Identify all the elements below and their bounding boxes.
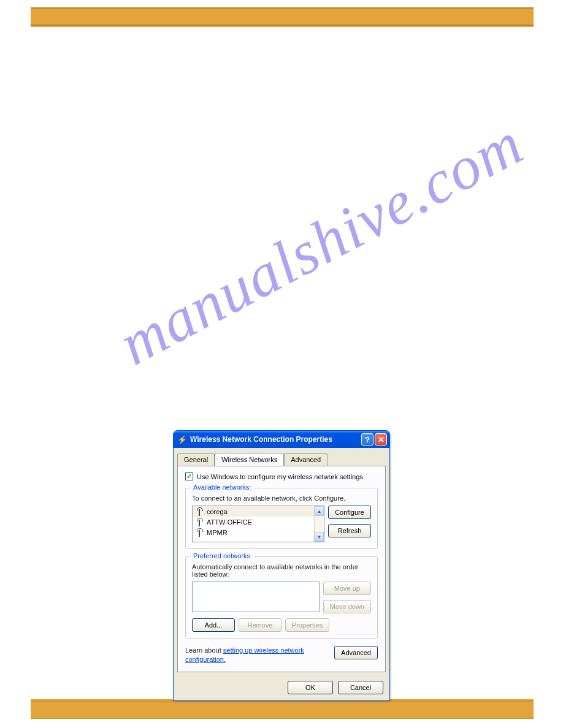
configure-button[interactable]: Configure — [328, 506, 371, 519]
network-name: ATTW-OFFICE — [207, 518, 252, 526]
learn-text: Learn about setting up wireless network … — [185, 646, 328, 664]
tab-strip: General Wireless Networks Advanced — [174, 448, 389, 466]
network-item[interactable]: MPMR — [193, 527, 314, 537]
page-bottom-border — [31, 700, 534, 719]
antenna-icon — [196, 518, 203, 526]
available-networks-group: Available networks: To connect to an ava… — [185, 488, 378, 549]
titlebar[interactable]: ⚡ Wireless Network Connection Properties… — [174, 431, 389, 448]
properties-dialog: ⚡ Wireless Network Connection Properties… — [173, 430, 390, 701]
dialog-button-row: OK Cancel — [174, 676, 389, 700]
available-legend: Available networks: — [191, 483, 254, 491]
antenna-icon — [196, 528, 203, 537]
window-title: Wireless Network Connection Properties — [190, 435, 360, 444]
wireless-icon: ⚡ — [177, 434, 187, 444]
available-networks-list[interactable]: corega ATTW-OFFICE MPMR ▲ — [192, 506, 324, 542]
available-hint: To connect to an available network, clic… — [192, 495, 371, 502]
list-scrollbar[interactable]: ▲ ▼ — [314, 506, 324, 542]
remove-button[interactable]: Remove — [239, 618, 282, 632]
use-windows-label: Use Windows to configure my wireless net… — [197, 473, 363, 480]
use-windows-checkbox[interactable]: ✓ — [185, 472, 193, 480]
properties-button[interactable]: Properties — [285, 618, 329, 632]
network-item[interactable]: corega — [193, 506, 314, 517]
refresh-button[interactable]: Refresh — [328, 524, 371, 537]
page-top-border — [31, 7, 534, 26]
network-item[interactable]: ATTW-OFFICE — [193, 517, 314, 527]
help-button[interactable]: ? — [361, 433, 373, 446]
use-windows-row: ✓ Use Windows to configure my wireless n… — [185, 472, 378, 480]
preferred-hint: Automatically connect to available netwo… — [192, 563, 371, 578]
close-button[interactable]: ✕ — [375, 433, 387, 446]
advanced-button[interactable]: Advanced — [334, 646, 378, 659]
network-name: corega — [207, 508, 228, 515]
learn-prefix: Learn about — [185, 646, 223, 654]
watermark-text: manualshive.com — [108, 108, 535, 379]
network-name: MPMR — [207, 529, 228, 536]
scroll-up-button[interactable]: ▲ — [315, 506, 324, 516]
preferred-networks-list[interactable] — [192, 582, 320, 612]
add-button[interactable]: Add... — [192, 618, 235, 632]
move-up-button[interactable]: Move up — [323, 582, 371, 595]
ok-button[interactable]: OK — [288, 681, 333, 694]
tab-advanced[interactable]: Advanced — [284, 453, 327, 466]
cancel-button[interactable]: Cancel — [338, 681, 383, 694]
preferred-legend: Preferred networks: — [191, 552, 255, 559]
antenna-icon — [196, 507, 203, 516]
tab-panel: ✓ Use Windows to configure my wireless n… — [177, 466, 386, 672]
tab-wireless-networks[interactable]: Wireless Networks — [215, 453, 284, 466]
preferred-networks-group: Preferred networks: Automatically connec… — [185, 556, 378, 639]
scroll-track[interactable] — [315, 516, 324, 532]
move-down-button[interactable]: Move down — [323, 600, 371, 613]
scroll-down-button[interactable]: ▼ — [315, 532, 324, 542]
tab-general[interactable]: General — [177, 453, 215, 466]
